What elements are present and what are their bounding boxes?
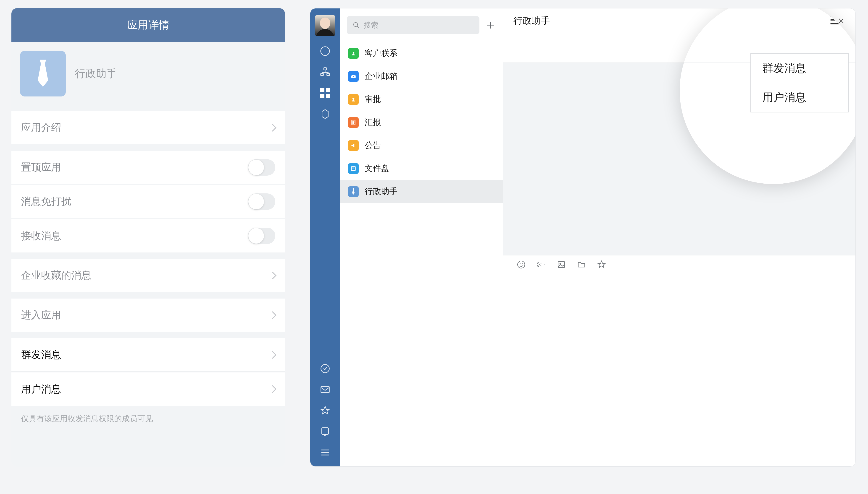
menu-broadcast[interactable]: 群发消息 xyxy=(751,54,848,83)
app-list-item[interactable]: 公告 xyxy=(340,134,503,157)
svg-rect-2 xyxy=(321,73,324,76)
app-item-label: 文件盘 xyxy=(365,163,389,174)
open-app-row[interactable]: 进入应用 xyxy=(12,299,285,332)
search-box[interactable] xyxy=(347,16,480,34)
clipboard-icon[interactable] xyxy=(320,426,331,437)
app-item-label: 行政助手 xyxy=(365,186,397,197)
app-list-item[interactable]: 审批 xyxy=(340,88,503,111)
pin-toggle[interactable] xyxy=(248,159,275,176)
about-label: 应用介绍 xyxy=(21,121,61,134)
broadcast-row[interactable]: 群发消息 xyxy=(12,338,285,372)
app-detail-panel: 应用详情 行政助手 应用介绍 置顶应用 消息免打扰 接收消息 企业收藏的消息 xyxy=(12,8,285,467)
open-label: 进入应用 xyxy=(21,308,61,322)
menu-user-msg[interactable]: 用户消息 xyxy=(751,83,848,112)
receive-row[interactable]: 接收消息 xyxy=(12,219,285,252)
svg-rect-6 xyxy=(322,428,328,435)
filedisk-icon xyxy=(348,163,359,174)
panel-title: 应用详情 xyxy=(12,8,285,42)
svg-point-8 xyxy=(353,52,354,54)
folder-icon[interactable] xyxy=(577,260,586,269)
editor-toolbar xyxy=(503,255,855,274)
mail-nav-icon[interactable] xyxy=(320,384,331,395)
app-list-item[interactable]: 企业邮箱 xyxy=(340,65,503,88)
chat-icon[interactable] xyxy=(320,45,331,57)
star-icon[interactable] xyxy=(597,260,606,269)
app-item-label: 汇报 xyxy=(365,117,381,128)
main-column: 行政助手 xyxy=(503,8,855,467)
image-icon[interactable] xyxy=(557,260,566,269)
app-list-item[interactable]: 汇报 xyxy=(340,111,503,134)
apps-icon[interactable] xyxy=(320,87,331,99)
about-row[interactable]: 应用介绍 xyxy=(12,111,285,145)
app-list-item[interactable]: 行政助手 xyxy=(340,180,503,203)
svg-point-17 xyxy=(522,264,523,264)
user-msg-label: 用户消息 xyxy=(21,382,61,396)
org-icon[interactable] xyxy=(320,66,331,78)
chevron-right-icon xyxy=(269,385,276,393)
svg-point-19 xyxy=(538,265,539,267)
user-msg-row[interactable]: 用户消息 xyxy=(12,373,285,406)
user-avatar[interactable] xyxy=(315,15,336,36)
broadcast-label: 群发消息 xyxy=(21,348,61,361)
pin-label: 置顶应用 xyxy=(21,160,61,174)
app-item-label: 审批 xyxy=(365,94,381,105)
app-item-label: 客户联系 xyxy=(365,48,397,59)
nav-rail xyxy=(310,8,340,467)
scissor-icon[interactable] xyxy=(537,260,546,269)
svg-point-0 xyxy=(321,47,329,55)
mail-icon xyxy=(348,71,359,82)
svg-point-15 xyxy=(518,261,525,268)
svg-point-9 xyxy=(355,52,355,52)
menu-nav-icon[interactable] xyxy=(320,447,331,458)
tie-icon xyxy=(348,186,359,197)
chevron-right-icon xyxy=(269,124,276,132)
app-item-label: 企业邮箱 xyxy=(365,71,397,82)
collected-label: 企业收藏的消息 xyxy=(21,269,91,282)
app-name: 行政助手 xyxy=(75,66,117,81)
context-menu: 群发消息 用户消息 xyxy=(751,53,849,112)
app-item-label: 公告 xyxy=(365,140,381,151)
svg-rect-5 xyxy=(321,386,329,393)
star-nav-icon[interactable] xyxy=(320,405,331,416)
todo-icon[interactable] xyxy=(320,363,331,374)
collected-row[interactable]: 企业收藏的消息 xyxy=(12,259,285,292)
svg-rect-20 xyxy=(558,262,565,267)
announce-icon xyxy=(348,140,359,151)
chevron-right-icon xyxy=(269,311,276,319)
search-input[interactable] xyxy=(364,21,473,30)
search-icon xyxy=(353,22,360,28)
search-row xyxy=(340,8,503,42)
tie-icon xyxy=(20,51,66,96)
dnd-row[interactable]: 消息免打扰 xyxy=(12,185,285,218)
svg-point-4 xyxy=(321,364,329,373)
approve-icon xyxy=(348,94,359,105)
plus-icon xyxy=(486,20,495,30)
main-title: 行政助手 xyxy=(513,14,550,27)
app-list-column: 客户联系企业邮箱审批汇报公告文件盘行政助手 xyxy=(340,8,503,467)
chevron-right-icon xyxy=(269,272,276,279)
doc-icon[interactable] xyxy=(320,108,331,120)
svg-rect-3 xyxy=(327,73,330,76)
report-icon xyxy=(348,117,359,128)
dnd-label: 消息免打扰 xyxy=(21,195,71,208)
permission-hint: 仅具有该应用收发消息权限的成员可见 xyxy=(12,407,285,431)
svg-point-11 xyxy=(352,98,355,100)
svg-rect-1 xyxy=(324,68,326,70)
svg-point-18 xyxy=(538,263,539,264)
emoji-icon[interactable] xyxy=(517,260,526,269)
receive-toggle[interactable] xyxy=(248,228,275,244)
app-list-item[interactable]: 文件盘 xyxy=(340,157,503,180)
pin-row[interactable]: 置顶应用 xyxy=(12,151,285,184)
app-list-item[interactable]: 客户联系 xyxy=(340,42,503,65)
add-button[interactable] xyxy=(485,20,496,31)
dnd-toggle[interactable] xyxy=(248,193,275,210)
svg-rect-10 xyxy=(351,75,356,78)
contact-icon xyxy=(348,48,359,59)
receive-label: 接收消息 xyxy=(21,229,61,243)
chevron-right-icon xyxy=(269,351,276,359)
svg-point-7 xyxy=(354,23,358,27)
app-hero: 行政助手 xyxy=(12,42,285,106)
svg-point-16 xyxy=(520,264,520,264)
main-window: 客户联系企业邮箱审批汇报公告文件盘行政助手 行政助手 xyxy=(310,8,856,467)
message-input[interactable] xyxy=(503,274,855,467)
